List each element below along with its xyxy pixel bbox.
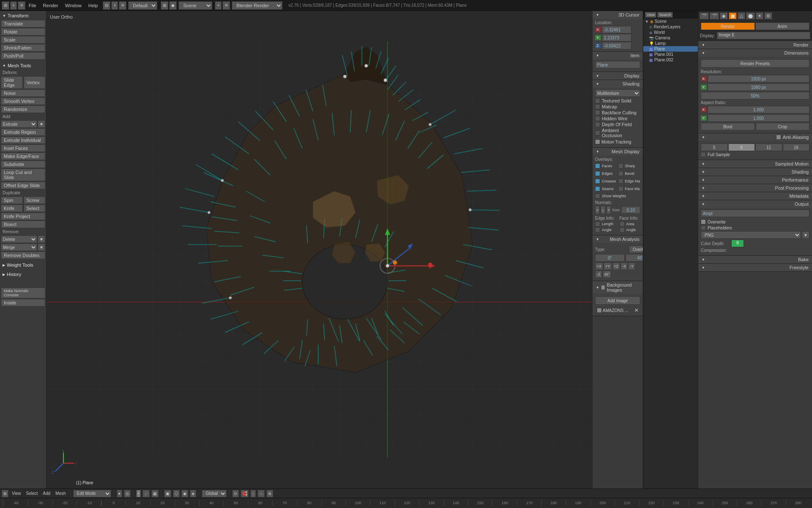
outliner-plane[interactable]: ▦ Plane [643, 46, 698, 52]
smooth-vertex-btn[interactable]: Smooth Vertex [1, 97, 45, 105]
solid-shading-icon[interactable]: ● [117, 490, 122, 497]
randomize-btn[interactable]: Randomize [1, 105, 45, 113]
world-tab-btn[interactable]: ◉ [720, 12, 728, 19]
outliner-plane002[interactable]: ▦ Plane.002 [643, 57, 698, 63]
aa-header[interactable]: Anti-Aliasing [698, 133, 812, 141]
screw-btn[interactable]: Screw [24, 196, 46, 204]
weight-tools-title[interactable]: Weight Tools [0, 261, 46, 269]
noise-btn[interactable]: Noise [1, 89, 45, 97]
view-menu[interactable]: View [10, 491, 23, 496]
menu-file[interactable]: File [25, 0, 40, 11]
global-select[interactable]: Global [202, 490, 227, 497]
viewport-canvas[interactable]: X Y Z (1) Plane [47, 11, 592, 489]
aspect-y-input[interactable] [708, 114, 809, 122]
shading-icon3[interactable]: ◉ [181, 490, 188, 497]
merge-arrow[interactable]: ▼ [38, 243, 45, 251]
scene-tab-btn[interactable]: 🎬 [710, 12, 719, 19]
bevel-cb[interactable] [618, 171, 623, 176]
face-area-cb[interactable] [620, 221, 625, 226]
anim-btn[interactable]: Anim [755, 22, 809, 30]
cursor-x-input[interactable] [602, 26, 631, 33]
freestyle-header[interactable]: Freestyle [698, 264, 812, 271]
full-sample-cb[interactable] [701, 152, 706, 157]
mesh-menu[interactable]: Mesh [54, 491, 67, 496]
scene-selector[interactable]: Scene [178, 1, 212, 10]
physics-tab-btn[interactable]: ⚙ [764, 12, 772, 19]
depth-field-cb[interactable] [595, 122, 600, 127]
layout-add-icon[interactable]: + [111, 1, 118, 10]
minus-z-btn[interactable]: -Z [595, 271, 602, 278]
delete-selector[interactable]: Delete [1, 235, 37, 243]
show-weights-cb[interactable] [595, 193, 600, 199]
face-ma-cb[interactable] [618, 186, 623, 191]
material-tab-btn[interactable]: ⬤ [746, 12, 755, 19]
shading-props-header[interactable]: Shading [698, 168, 812, 176]
push-pull-btn[interactable]: Push/Pull [1, 52, 45, 60]
res-y-input[interactable] [708, 83, 809, 91]
bake-header[interactable]: Bake [698, 256, 812, 263]
rotate-btn[interactable]: Rotate [1, 28, 45, 36]
edges-cb[interactable] [595, 171, 600, 176]
shading-header[interactable]: Shading [593, 80, 643, 88]
normals-vert-icon[interactable]: V [595, 206, 600, 214]
display-header[interactable]: Display [593, 72, 643, 80]
minus-x-btn[interactable]: -X [620, 262, 628, 270]
metadata-header[interactable]: Metadata [698, 192, 812, 200]
knife-btn[interactable]: Knife [1, 204, 23, 212]
spin-btn[interactable]: Spin [1, 196, 23, 204]
aa-16[interactable]: 16 [783, 144, 810, 151]
shading-icon4[interactable]: ◈ [190, 490, 196, 497]
make-edge-face-btn[interactable]: Make Edge/Face [1, 152, 45, 160]
hidden-wire-cb[interactable] [595, 116, 600, 121]
render-tab-btn[interactable]: 🎬 [700, 12, 709, 19]
aspect-x-input[interactable] [708, 106, 809, 113]
post-processing-header[interactable]: Post Processing [698, 184, 812, 192]
offset-edge-btn[interactable]: Offset Edge Slide [1, 182, 45, 189]
vertex-select-icon[interactable]: • [136, 490, 141, 497]
matcap-cb[interactable] [595, 104, 600, 109]
motion-tracking-cb[interactable] [595, 139, 600, 144]
mesh-tab-btn[interactable]: △ [738, 12, 745, 19]
viewport[interactable]: User Ortho [47, 11, 592, 489]
extrude-individual-btn[interactable]: Extrude Individual [1, 136, 45, 144]
face-angle-cb[interactable] [620, 227, 625, 232]
translate-btn[interactable]: Translate [1, 20, 45, 28]
inset-faces-btn[interactable]: Inset Faces [1, 144, 45, 152]
mesh-display-header[interactable]: Mesh Display [593, 148, 643, 155]
aa-11[interactable]: 11 [755, 144, 782, 151]
menu-render[interactable]: Render [40, 0, 62, 11]
aa-cb[interactable] [776, 135, 781, 140]
normals-size-input[interactable] [621, 206, 640, 214]
layout-selector[interactable]: Default [128, 1, 157, 10]
make-normals-btn[interactable]: Make Normals Consiste [1, 287, 45, 298]
shrink-fatten-btn[interactable]: Shrink/Fatten [1, 44, 45, 52]
type-select[interactable]: Overhang [629, 246, 643, 253]
extrude-selector[interactable]: Extrude [1, 120, 37, 128]
outliner-world[interactable]: ◉ World [643, 30, 698, 35]
object-tab-btn[interactable]: ▦ [729, 12, 737, 19]
mode-select[interactable]: Edit Mode [73, 490, 111, 497]
scene-close-icon[interactable]: ✕ [222, 1, 230, 10]
delete-arrow[interactable]: ▼ [38, 235, 45, 243]
creases-cb[interactable] [595, 179, 600, 184]
aa-5[interactable]: 5 [701, 144, 728, 151]
slide-edge-btn[interactable]: Slide Edge [1, 76, 23, 89]
percent-input[interactable] [701, 92, 809, 99]
format-select[interactable]: PNG [701, 231, 801, 239]
select-btn[interactable]: Select [24, 204, 46, 212]
layout-node-icon[interactable]: ⊟ [103, 1, 110, 10]
edge-select-icon[interactable]: ⟋ [143, 490, 150, 497]
plus-x-btn[interactable]: +X [595, 262, 603, 270]
bg-images-header[interactable]: Background Images [593, 281, 643, 294]
tool1-icon[interactable]: ↕ [250, 490, 256, 497]
item-name-input[interactable] [595, 61, 640, 69]
render-presets-btn[interactable]: Render Presets [701, 59, 809, 68]
tool2-icon[interactable]: ↔ [258, 490, 265, 497]
transform-title[interactable]: Transform [0, 12, 46, 19]
cursor-header[interactable]: 3D Cursor [593, 11, 643, 19]
angle-max-input[interactable] [625, 254, 643, 262]
inside-btn[interactable]: Inside [1, 299, 45, 306]
outliner-search-btn[interactable]: Search [657, 12, 673, 18]
vertex-btn[interactable]: Vertex [24, 76, 46, 89]
plus-y-btn[interactable]: +Y [604, 262, 612, 270]
